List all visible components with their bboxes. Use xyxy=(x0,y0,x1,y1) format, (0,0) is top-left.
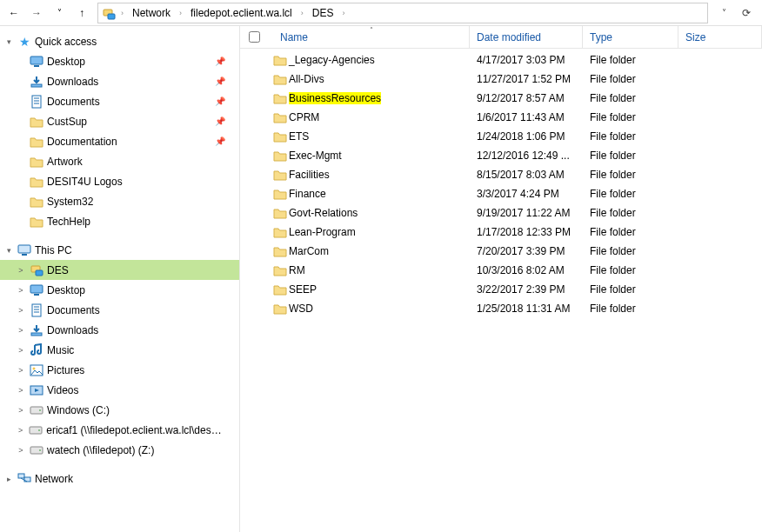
file-date: 9/12/2017 8:57 AM xyxy=(470,92,583,104)
tree-item[interactable]: >Documents xyxy=(0,300,239,320)
svg-rect-5 xyxy=(32,96,41,108)
network-icon xyxy=(17,472,31,486)
music-icon xyxy=(30,343,43,357)
tree-item[interactable]: >Windows (C:) xyxy=(0,400,239,420)
tree-item[interactable]: >watech (\\filedepot) (Z:) xyxy=(0,440,239,460)
chevron-right-icon: > xyxy=(16,286,26,295)
chevron-right-icon: > xyxy=(16,266,26,275)
recent-locations-button[interactable]: ˅ xyxy=(49,3,70,23)
file-date: 3/3/2017 4:24 PM xyxy=(470,188,583,200)
tree-item[interactable]: CustSup📌 xyxy=(0,111,239,131)
chevron-right-icon: > xyxy=(16,386,26,395)
chevron-right-icon: › xyxy=(340,9,346,17)
column-header-size[interactable]: Size xyxy=(678,26,762,48)
folder-icon xyxy=(30,175,43,189)
file-name: Lean-Program xyxy=(289,226,470,238)
file-type: File folder xyxy=(583,245,678,257)
tree-item[interactable]: >ericaf1 (\\filedepot.eclient.wa.lcl\des… xyxy=(0,420,239,440)
file-list[interactable]: _Legacy-Agencies4/17/2017 3:03 PMFile fo… xyxy=(240,49,762,532)
tree-this-pc[interactable]: ▾ This PC xyxy=(0,240,239,260)
table-row[interactable]: ETS1/24/2018 1:06 PMFile folder xyxy=(240,127,762,146)
chevron-right-icon: › xyxy=(177,9,184,17)
tree-item[interactable]: >Videos xyxy=(0,380,239,400)
table-row[interactable]: Exec-Mgmt12/12/2016 12:49 ...File folder xyxy=(240,146,762,165)
pin-icon: 📌 xyxy=(215,136,225,146)
doc-icon xyxy=(30,303,43,317)
file-date: 3/22/2017 2:39 PM xyxy=(470,283,583,296)
folder-icon xyxy=(30,155,43,169)
file-date: 10/3/2016 8:02 AM xyxy=(470,264,583,276)
tree-quick-access[interactable]: ▾ ★ Quick access xyxy=(0,31,239,51)
table-row[interactable]: WSD1/25/2018 11:31 AMFile folder xyxy=(240,299,762,318)
column-label: Date modified xyxy=(477,31,541,43)
file-date: 12/12/2016 12:49 ... xyxy=(470,150,583,162)
refresh-button[interactable]: ⟳ xyxy=(736,3,757,23)
breadcrumb[interactable]: filedepot.eclient.wa.lcl xyxy=(187,3,296,23)
column-label: Type xyxy=(590,31,612,43)
tree-item[interactable]: TechHelp xyxy=(0,211,239,231)
file-date: 1/17/2018 12:33 PM xyxy=(470,226,583,238)
folder-icon xyxy=(273,303,289,315)
back-button[interactable]: ← xyxy=(3,3,24,23)
table-row[interactable]: Lean-Program1/17/2018 12:33 PMFile folde… xyxy=(240,223,762,242)
navigation-pane[interactable]: ▾ ★ Quick access Desktop📌Downloads📌Docum… xyxy=(0,26,240,532)
chevron-right-icon: › xyxy=(299,9,305,17)
tree-item[interactable]: System32 xyxy=(0,191,239,211)
folder-icon xyxy=(273,283,289,296)
select-all-checkbox[interactable] xyxy=(249,31,273,43)
forward-button[interactable]: → xyxy=(26,3,47,23)
address-bar[interactable]: › Network › filedepot.eclient.wa.lcl › D… xyxy=(97,3,708,23)
table-row[interactable]: SEEP3/22/2017 2:39 PMFile folder xyxy=(240,280,762,299)
breadcrumb[interactable]: DES xyxy=(309,3,338,23)
tree-item[interactable]: Downloads📌 xyxy=(0,71,239,91)
file-name: Govt-Relations xyxy=(289,207,470,219)
drive-icon xyxy=(29,423,43,437)
tree-item-label: System32 xyxy=(47,196,93,208)
file-date: 9/19/2017 11:22 AM xyxy=(470,207,583,219)
svg-rect-15 xyxy=(32,304,41,316)
folder-icon xyxy=(273,264,289,276)
dl-icon xyxy=(30,323,43,337)
folder-icon xyxy=(273,54,289,66)
breadcrumb-label: DES xyxy=(312,7,334,19)
chevron-right-icon: > xyxy=(16,446,26,455)
up-button[interactable]: ↑ xyxy=(71,3,92,23)
address-dropdown-button[interactable]: ˅ xyxy=(713,3,734,23)
table-row[interactable]: RM10/3/2016 8:02 AMFile folder xyxy=(240,261,762,280)
table-row[interactable]: _Legacy-Agencies4/17/2017 3:03 PMFile fo… xyxy=(240,50,762,70)
tree-item[interactable]: DESIT4U Logos xyxy=(0,171,239,191)
tree-item[interactable]: >DES xyxy=(0,260,239,280)
tree-item-label: Pictures xyxy=(47,364,84,376)
file-type: File folder xyxy=(583,92,678,104)
chevron-right-icon: > xyxy=(16,326,26,335)
tree-item-label: ericaf1 (\\filedepot.eclient.wa.lcl\desh… xyxy=(46,424,225,436)
tree-item-label: Documents xyxy=(47,96,100,108)
table-row[interactable]: CPRM1/6/2017 11:43 AMFile folder xyxy=(240,108,762,127)
table-row[interactable]: Facilities8/15/2017 8:03 AMFile folder xyxy=(240,165,762,184)
folder-icon xyxy=(30,135,43,149)
column-header-type[interactable]: Type xyxy=(583,26,678,48)
video-icon xyxy=(30,383,43,397)
tree-item[interactable]: >Music xyxy=(0,340,239,360)
file-name: CPRM xyxy=(289,111,470,123)
file-name: ETS xyxy=(289,130,470,143)
tree-item[interactable]: >Pictures xyxy=(0,360,239,380)
tree-item[interactable]: Desktop📌 xyxy=(0,51,239,71)
table-row[interactable]: Finance3/3/2017 4:24 PMFile folder xyxy=(240,184,762,203)
tree-item[interactable]: >Downloads xyxy=(0,320,239,340)
table-row[interactable]: MarCom7/20/2017 3:39 PMFile folder xyxy=(240,242,762,261)
network-share-icon xyxy=(102,6,116,20)
table-row[interactable]: BusinessResources9/12/2017 8:57 AMFile f… xyxy=(240,89,762,108)
tree-item[interactable]: >Desktop xyxy=(0,280,239,300)
column-header-name[interactable]: Name ˄ xyxy=(273,26,470,48)
tree-network[interactable]: ▸ Network xyxy=(0,469,239,489)
table-row[interactable]: All-Divs11/27/2017 1:52 PMFile folder xyxy=(240,70,762,89)
tree-item[interactable]: Documentation📌 xyxy=(0,131,239,151)
tree-item[interactable]: Artwork xyxy=(0,151,239,171)
tree-item-label: Downloads xyxy=(47,324,98,336)
tree-item-label: Music xyxy=(47,344,74,356)
tree-item[interactable]: Documents📌 xyxy=(0,91,239,111)
column-header-date[interactable]: Date modified xyxy=(470,26,583,48)
table-row[interactable]: Govt-Relations9/19/2017 11:22 AMFile fol… xyxy=(240,203,762,223)
breadcrumb[interactable]: Network xyxy=(129,3,174,23)
